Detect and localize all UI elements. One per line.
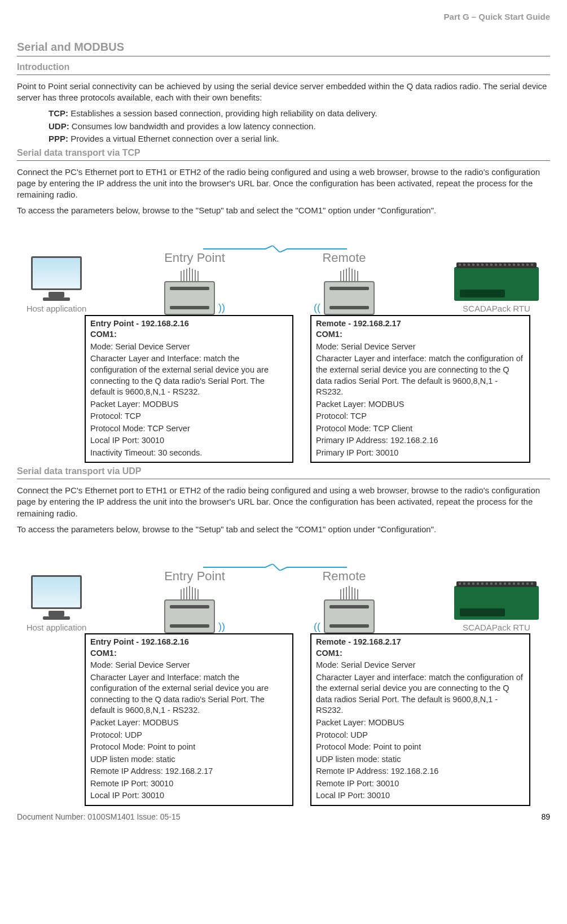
cfg-line: Mode: Serial Device Server <box>90 660 288 671</box>
udp-diagram: Host application Entry Point )) Remote (… <box>17 540 550 636</box>
udp-entry-config: Entry Point - 192.168.2.16 COM1: Mode: S… <box>85 633 293 806</box>
doc-number: Document Number: 0100SM1401 Issue: 05-15 <box>17 812 181 822</box>
radio-icon <box>164 281 215 315</box>
cfg-line: Character Layer and Interface: match the… <box>90 353 288 397</box>
entry-point-radio: Entry Point )) <box>144 568 245 633</box>
monitor-icon <box>31 575 82 609</box>
remote-radio: Remote (( <box>293 568 395 633</box>
udp-desc: Consumes low bandwidth and provides a lo… <box>69 121 316 131</box>
cfg-line: Remote IP Address: 192.168.2.17 <box>90 766 288 777</box>
cfg-line: Remote IP Port: 30010 <box>90 778 288 790</box>
tcp-config-boxes: Entry Point - 192.168.2.16 COM1: Mode: S… <box>17 315 550 463</box>
wireless-link-icon <box>203 244 347 247</box>
cfg-line: Character Layer and Interface: match the… <box>90 672 288 716</box>
cfg-line: Mode: Serial Device Server <box>316 341 525 353</box>
cfg-line: Mode: Serial Device Server <box>90 341 288 353</box>
wireless-link-icon <box>203 562 347 566</box>
page-number: 89 <box>541 812 550 822</box>
cfg-line: Protocol: TCP <box>90 411 288 422</box>
cfg-line: Packet Layer: MODBUS <box>90 399 288 410</box>
udp-p2: To access the parameters below, browse t… <box>17 524 550 535</box>
monitor-icon <box>31 256 82 290</box>
cfg-line: Primary IP Address: 192.168.2.16 <box>316 435 525 446</box>
tcp-entry-config: Entry Point - 192.168.2.16 COM1: Mode: S… <box>85 315 293 463</box>
ppp-desc: Provides a virtual Ethernet connection o… <box>68 134 279 143</box>
cfg-line: Character Layer and interface: match the… <box>316 353 525 397</box>
radio-icon <box>324 281 375 315</box>
cfg-line: Local IP Port: 30010 <box>90 790 288 802</box>
cfg-title: Remote - 192.168.2.17 <box>316 318 525 330</box>
radio-icon <box>324 599 375 633</box>
cfg-line: Mode: Serial Device Server <box>316 660 525 671</box>
intro-heading: Introduction <box>17 61 550 75</box>
cfg-line: Local IP Port: 30010 <box>316 790 525 802</box>
cfg-line: Inactivity Timeout: 30 seconds. <box>90 448 288 459</box>
antenna-icon <box>181 586 199 601</box>
cfg-line: Packet Layer: MODBUS <box>90 717 288 729</box>
remote-radio: Remote (( <box>293 249 395 315</box>
cfg-line: Local IP Port: 30010 <box>90 435 288 446</box>
cfg-line: Protocol Mode: Point to point <box>316 742 525 753</box>
rtu-icon <box>454 267 539 301</box>
signal-icon: (( <box>314 620 320 633</box>
cfg-com: COM1: <box>90 329 288 340</box>
cfg-line: Packet Layer: MODBUS <box>316 717 525 729</box>
tcp-p1: Connect the PC's Ethernet port to ETH1 o… <box>17 167 550 201</box>
cfg-com: COM1: <box>90 648 288 659</box>
cfg-line: Protocol: TCP <box>316 411 525 422</box>
page-footer: Document Number: 0100SM1401 Issue: 05-15… <box>17 812 550 822</box>
host-device: Host application <box>17 256 96 314</box>
udp-label: UDP: <box>49 121 69 131</box>
cfg-line: UDP listen mode: static <box>316 754 525 765</box>
tcp-heading: Serial data transport via TCP <box>17 147 550 161</box>
section-title: Serial and MODBUS <box>17 40 550 56</box>
antenna-icon <box>181 268 199 282</box>
udp-p1: Connect the PC's Ethernet port to ETH1 o… <box>17 485 550 519</box>
scadapack-device: SCADAPack RTU <box>443 586 550 633</box>
tcp-remote-config: Remote - 192.168.2.17 COM1: Mode: Serial… <box>310 315 530 463</box>
signal-icon: (( <box>314 301 320 314</box>
scada-label: SCADAPack RTU <box>463 622 530 633</box>
rtu-icon <box>454 586 539 620</box>
host-label: Host application <box>27 622 87 633</box>
cfg-line: Remote IP Address: 192.168.2.16 <box>316 766 525 777</box>
intro-text: Point to Point serial connectivity can b… <box>17 81 550 104</box>
tcp-label: TCP: <box>49 108 68 118</box>
protocol-list: TCP: Establishes a session based connect… <box>49 108 550 144</box>
page-header-part: Part G – Quick Start Guide <box>17 11 550 23</box>
cfg-line: Protocol Mode: TCP Client <box>316 423 525 435</box>
cfg-line: Character Layer and interface: match the… <box>316 672 525 716</box>
cfg-com: COM1: <box>316 648 525 659</box>
udp-remote-config: Remote - 192.168.2.17 COM1: Mode: Serial… <box>310 633 530 806</box>
cfg-line: UDP listen mode: static <box>90 754 288 765</box>
cfg-line: Remote IP Port: 30010 <box>316 778 525 790</box>
tcp-desc: Establishes a session based connection, … <box>68 108 377 118</box>
host-label: Host application <box>27 303 87 314</box>
cfg-line: Packet Layer: MODBUS <box>316 399 525 410</box>
scadapack-device: SCADAPack RTU <box>443 267 550 314</box>
signal-icon: )) <box>218 301 225 314</box>
cfg-line: Protocol: UDP <box>316 730 525 741</box>
udp-config-boxes: Entry Point - 192.168.2.16 COM1: Mode: S… <box>17 633 550 806</box>
scada-label: SCADAPack RTU <box>463 303 530 314</box>
cfg-line: Protocol: UDP <box>90 730 288 741</box>
cfg-line: Protocol Mode: Point to point <box>90 742 288 753</box>
radio-icon <box>164 599 215 633</box>
cfg-line: Protocol Mode: TCP Server <box>90 423 288 435</box>
cfg-line: Primary IP Port: 30010 <box>316 448 525 459</box>
antenna-icon <box>340 586 358 601</box>
host-device: Host application <box>17 575 96 633</box>
cfg-title: Remote - 192.168.2.17 <box>316 637 525 648</box>
cfg-title: Entry Point - 192.168.2.16 <box>90 637 288 648</box>
cfg-com: COM1: <box>316 329 525 340</box>
cfg-title: Entry Point - 192.168.2.16 <box>90 318 288 330</box>
entry-point-radio: Entry Point )) <box>144 249 245 315</box>
udp-heading: Serial data transport via UDP <box>17 465 550 479</box>
tcp-p2: To access the parameters below, browse t… <box>17 205 550 216</box>
tcp-diagram: Host application Entry Point )) Remote (… <box>17 221 550 317</box>
signal-icon: )) <box>218 620 225 633</box>
antenna-icon <box>340 268 358 282</box>
ppp-label: PPP: <box>49 134 68 143</box>
